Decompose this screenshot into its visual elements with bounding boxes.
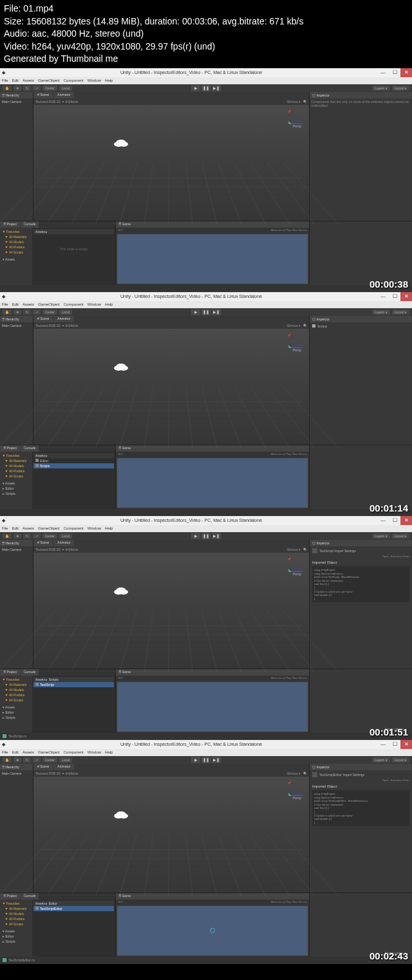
favorite-item[interactable]: All Materials	[1, 234, 31, 239]
maximize-button[interactable]: ☐	[389, 292, 400, 301]
hierarchy-tab[interactable]: ☰ Hierarchy	[0, 764, 33, 770]
favorites-header[interactable]: Favorites	[1, 677, 31, 682]
hierarchy-item[interactable]: Main Camera	[0, 322, 33, 329]
play-button[interactable]: ▶	[191, 757, 200, 763]
hierarchy-item[interactable]: Main Camera	[0, 546, 33, 553]
move-tool[interactable]: ✥	[14, 86, 21, 91]
layers-dropdown[interactable]: Layers ▾	[372, 757, 389, 763]
pivot-toggle[interactable]: Center	[42, 533, 57, 539]
layout-dropdown[interactable]: Layout ▾	[392, 533, 409, 539]
step-button[interactable]: ▶❚	[212, 533, 221, 539]
local-toggle[interactable]: Local	[59, 757, 72, 763]
hierarchy-tab[interactable]: ☰ Hierarchy	[0, 540, 33, 546]
favorite-item[interactable]: All Scripts	[1, 474, 31, 479]
menu-item[interactable]: Help	[105, 79, 113, 82]
favorite-item[interactable]: All Models	[1, 463, 31, 468]
pause-button[interactable]: ❚❚	[201, 309, 211, 315]
breadcrumb[interactable]: Assets ▸	[33, 453, 114, 458]
scene-object[interactable]	[116, 140, 126, 146]
close-button[interactable]: ✕	[400, 516, 412, 525]
layout-dropdown[interactable]: Layout ▾	[392, 757, 409, 763]
game-view[interactable]	[117, 682, 308, 732]
inspector-tab[interactable]: ⓘ Inspector	[310, 764, 412, 770]
game-view[interactable]	[117, 906, 308, 956]
menu-item[interactable]: Assets	[23, 79, 34, 82]
favorite-item[interactable]: All Materials	[1, 682, 31, 687]
minimize-button[interactable]: —	[377, 68, 389, 77]
hierarchy-tab[interactable]: ☰ Hierarchy	[0, 92, 33, 98]
file-item[interactable]: TestScript	[33, 682, 114, 687]
pivot-toggle[interactable]: Center	[42, 757, 57, 763]
menu-item[interactable]: Help	[105, 526, 113, 530]
assets-root[interactable]: ▾ Assets	[1, 481, 31, 486]
tree-folder[interactable]: ▸ Scripts	[1, 939, 31, 944]
inspector-tab[interactable]: ⓘ Inspector	[310, 92, 412, 98]
game-view[interactable]	[117, 234, 308, 284]
scene-tab[interactable]: # Scene	[33, 764, 53, 770]
menu-item[interactable]: File	[2, 79, 8, 82]
tree-folder[interactable]: ▸ Editor	[1, 934, 31, 939]
scale-tool[interactable]: ⤢	[33, 757, 41, 763]
view-gizmo[interactable]	[288, 110, 303, 124]
scene-toolbar[interactable]: Textured RGB 2D ✦ ⚙ EffectsGizmos ▾ 🔍	[33, 546, 309, 553]
game-options[interactable]: Maximize on Play Stats Gizmos	[271, 676, 307, 680]
menu-item[interactable]: Assets	[23, 302, 34, 306]
menu-item[interactable]: GameObject	[38, 79, 60, 82]
menu-item[interactable]: Assets	[23, 526, 34, 530]
layout-dropdown[interactable]: Layout ▾	[392, 86, 409, 91]
scene-object[interactable]	[116, 364, 126, 370]
scene-view[interactable]: Persp	[33, 777, 309, 892]
pause-button[interactable]: ❚❚	[201, 85, 211, 91]
menu-item[interactable]: Edit	[12, 526, 19, 530]
maximize-button[interactable]: ☐	[389, 516, 400, 525]
menu-item[interactable]: GameObject	[38, 302, 60, 306]
game-view[interactable]	[117, 458, 308, 508]
scene-view[interactable]: Persp	[33, 553, 309, 669]
local-toggle[interactable]: Local	[59, 533, 72, 539]
menu-item[interactable]: Help	[105, 750, 113, 754]
tree-folder[interactable]: ▸ Scripts	[1, 491, 31, 496]
scene-toolbar[interactable]: Textured RGB 2D ✦ ⚙ EffectsGizmos ▾ 🔍	[33, 322, 309, 329]
favorite-item[interactable]: All Models	[1, 239, 31, 245]
breadcrumb[interactable]: Assets ▸ Scripts	[33, 677, 114, 682]
tree-folder[interactable]: ▸ Scripts	[1, 715, 31, 720]
maximize-button[interactable]: ☐	[389, 68, 400, 77]
play-button[interactable]: ▶	[191, 85, 200, 91]
hand-tool[interactable]: ✋	[3, 86, 12, 91]
favorite-item[interactable]: All Materials	[1, 458, 31, 463]
favorite-item[interactable]: All Models	[1, 687, 31, 692]
aspect-dropdown[interactable]: 16:9	[118, 228, 123, 232]
aspect-dropdown[interactable]: 16:9	[118, 900, 123, 904]
close-button[interactable]: ✕	[400, 740, 412, 749]
scene-object[interactable]	[116, 587, 126, 594]
game-options[interactable]: Maximize on Play Stats Gizmos	[271, 452, 307, 456]
view-gizmo[interactable]	[288, 782, 303, 796]
pause-button[interactable]: ❚❚	[201, 533, 211, 539]
menu-item[interactable]: Component	[64, 750, 84, 754]
pivot-toggle[interactable]: Center	[42, 310, 57, 315]
scene-toolbar[interactable]: Textured RGB 2D ✦ ⚙ EffectsGizmos ▾ 🔍	[33, 770, 309, 777]
game-options[interactable]: Maximize on Play Stats Gizmos	[271, 900, 307, 904]
menu-item[interactable]: Help	[105, 302, 113, 306]
scene-tab[interactable]: # Scene	[33, 540, 53, 546]
tree-folder[interactable]: ▸ Editor	[1, 710, 31, 715]
rotate-tool[interactable]: ↻	[23, 533, 31, 539]
aspect-dropdown[interactable]: 16:9	[118, 452, 123, 456]
file-item[interactable]: TestScriptEditor	[33, 906, 114, 911]
assets-root[interactable]: ▾ Assets	[1, 705, 31, 710]
menu-item[interactable]: File	[2, 526, 8, 530]
favorites-header[interactable]: Favorites	[1, 453, 31, 458]
favorite-item[interactable]: All Scripts	[1, 921, 31, 927]
rotate-tool[interactable]: ↻	[23, 86, 31, 91]
scene-toolbar[interactable]: Textured RGB 2D ✦ ⚙ EffectsGizmos ▾ 🔍	[33, 98, 309, 105]
close-button[interactable]: ✕	[400, 292, 412, 301]
hand-tool[interactable]: ✋	[3, 310, 12, 315]
favorite-item[interactable]: All Prefabs	[1, 916, 31, 921]
menu-item[interactable]: Window	[88, 750, 101, 754]
favorite-item[interactable]: All Prefabs	[1, 692, 31, 698]
menu-item[interactable]: Component	[64, 79, 84, 82]
move-tool[interactable]: ✥	[14, 757, 21, 763]
breadcrumb[interactable]: Assets ▸ Editor	[33, 901, 114, 906]
favorite-item[interactable]: All Prefabs	[1, 468, 31, 474]
play-button[interactable]: ▶	[191, 309, 200, 315]
